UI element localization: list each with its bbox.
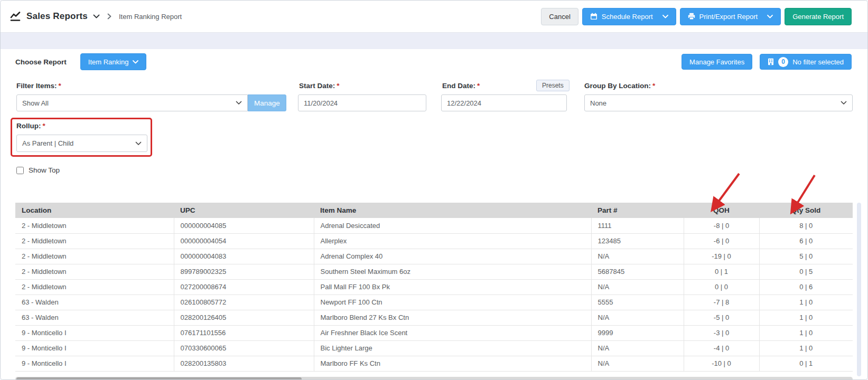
item-ranking-report-page: Sales Reports Item Ranking Report Cancel… [0,0,868,380]
table-cell: 5555 [591,294,684,310]
group-by-location-label: Group By Location:* [584,82,655,90]
table-cell: 123485 [591,233,684,249]
table-cell: 000000004085 [174,218,314,233]
table-row[interactable]: 63 - Walden026100805772Newport FF 100 Ct… [15,294,853,310]
end-date-value: 12/22/2024 [447,99,481,107]
date-presets-button[interactable]: Presets [536,80,570,91]
table-cell: -3 | 0 [684,325,759,340]
table-row[interactable]: 9 - Monticello I070330600065Bic Lighter … [15,340,853,356]
manage-filter-items-button[interactable]: Manage [248,94,286,111]
header-divider-band [1,33,867,49]
table-cell: Bic Lighter Large [314,340,591,356]
topbar-actions: Cancel Schedule Report Print/Export Repo… [541,8,852,25]
table-cell: Allerplex [314,233,591,249]
line-chart-icon [10,12,21,22]
print-export-report-button[interactable]: Print/Export Report [680,8,781,25]
table-cell: Air Freshner Black Ice Scent [314,325,591,340]
table-cell: 63 - Walden [15,310,174,325]
filter-items-chevron-down-icon [236,101,242,105]
table-cell: N/A [591,340,684,356]
group-by-location-select[interactable]: None [584,94,853,111]
building-icon [768,58,774,65]
start-date-input[interactable]: 11/20/2024 [298,94,426,111]
report-selector-row: Choose Report Item Ranking Manage Favori… [15,53,852,70]
column-header[interactable]: UPC [174,203,314,218]
table-cell: 1 | 0 [759,325,853,340]
page-title: Sales Reports [26,11,88,22]
cancel-button[interactable]: Cancel [541,8,578,25]
start-date-label: Start Date:* [299,82,340,90]
group-by-chevron-down-icon [841,101,847,105]
column-header[interactable]: Item Name [314,203,591,218]
table-cell: 2 - Middletown [15,233,174,249]
table-cell: -19 | 0 [684,249,759,264]
table-header: LocationUPCItem NamePart #QOHQty Sold [15,203,853,218]
title-chevron-down-icon[interactable] [93,14,100,18]
table-cell: 000000004054 [174,233,314,249]
table-cell: N/A [591,279,684,294]
table-cell: 0 | 1 [759,356,853,371]
table-cell: 63 - Walden [15,294,174,310]
column-header[interactable]: Qty Sold [759,203,853,218]
schedule-report-button[interactable]: Schedule Report [582,8,676,25]
table-cell: Pall Mall FF 100 Bx Pk [314,279,591,294]
horizontal-scrollbar[interactable] [15,377,853,380]
table-row[interactable]: 2 - Middletown000000004085Adrenal Desicc… [15,218,853,233]
table-cell: 8 | 0 [759,218,853,233]
rollup-select[interactable]: As Parent | Child [16,135,147,152]
table-cell: 9 - Monticello I [15,356,174,371]
table-row[interactable]: 2 - Middletown899789002325Southern Steel… [15,264,853,279]
filter-status-label: No filter selected [792,58,844,66]
table-cell: 028200135803 [174,356,314,371]
topbar-left: Sales Reports Item Ranking Report [10,11,182,22]
choose-report-label: Choose Report [15,58,67,66]
filter-count-badge: 0 [778,57,788,67]
table-cell: 1111 [591,218,684,233]
table-cell: 076171101556 [174,325,314,340]
column-header[interactable]: Part # [591,203,684,218]
breadcrumb: Item Ranking Report [119,13,182,21]
table-cell: 2 - Middletown [15,264,174,279]
vertical-scrollbar[interactable] [857,203,861,376]
table-cell: -8 | 0 [684,218,759,233]
table-row[interactable]: 9 - Monticello I028200135803Marlboro FF … [15,356,853,371]
horizontal-scrollbar-thumb[interactable] [16,377,302,380]
show-top-checkbox[interactable] [16,167,24,174]
table-cell: N/A [591,356,684,371]
table-cell: N/A [591,249,684,264]
report-type-dropdown[interactable]: Item Ranking [80,53,147,70]
filter-items-value: Show All [22,99,49,107]
print-export-chevron-down-icon[interactable] [767,15,773,18]
table-row[interactable]: 9 - Monticello I076171101556Air Freshner… [15,325,853,340]
filter-items-select[interactable]: Show All [16,94,248,111]
table-cell: 070330600065 [174,340,314,356]
generate-report-button[interactable]: Generate Report [785,8,852,25]
table-cell: Adrenal Complex 40 [314,249,591,264]
table-cell: Adrenal Desiccated [314,218,591,233]
schedule-chevron-down-icon[interactable] [662,15,668,18]
filter-status-button[interactable]: 0 No filter selected [760,54,852,70]
end-date-input[interactable]: 12/22/2024 [441,94,567,111]
table-cell: 0 | 0 [684,279,759,294]
table-cell: Newport FF 100 Ctn [314,294,591,310]
column-header[interactable]: Location [15,203,174,218]
show-top-checkbox-row[interactable]: Show Top [16,166,60,174]
table-row[interactable]: 2 - Middletown027200008674Pall Mall FF 1… [15,279,853,294]
table-cell: 1 | 0 [759,294,853,310]
table-cell: 1 | 0 [759,310,853,325]
manage-favorites-button[interactable]: Manage Favorites [682,54,752,70]
printer-icon [688,13,695,20]
table-cell: 9999 [591,325,684,340]
column-header[interactable]: QOH [684,203,759,218]
rollup-label: Rollup:* [16,122,45,130]
calendar-icon [590,13,598,20]
table-cell: -10 | 0 [684,356,759,371]
table-row[interactable]: 2 - Middletown000000004054Allerplex12348… [15,233,853,249]
table-cell: N/A [591,310,684,325]
table-cell: 026100805772 [174,294,314,310]
required-asterisk: * [477,82,480,90]
report-type-chevron-down-icon [133,60,138,64]
report-type-label: Item Ranking [88,58,129,66]
table-row[interactable]: 2 - Middletown000000004083Adrenal Comple… [15,249,853,264]
table-row[interactable]: 63 - Walden028200126405Marlboro Blend 27… [15,310,853,325]
